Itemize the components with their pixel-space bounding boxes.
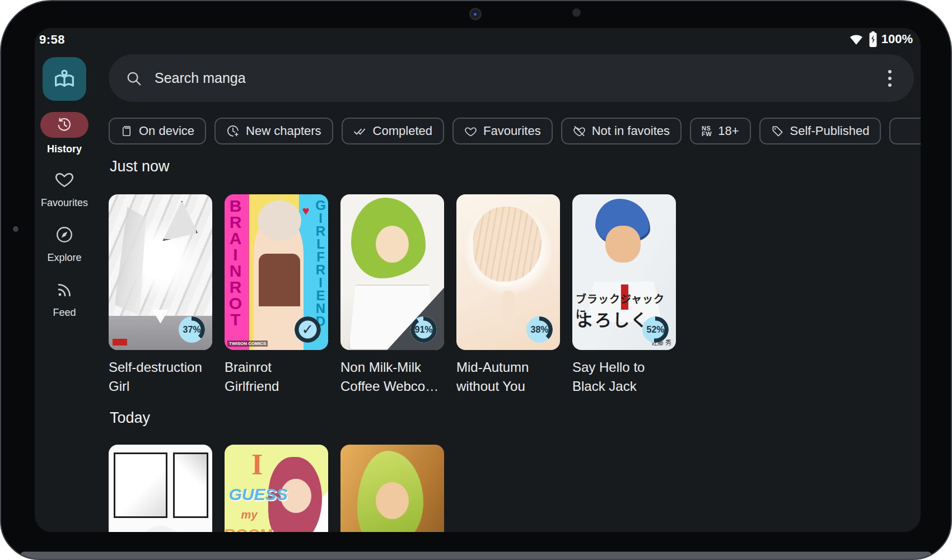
progress-badge: 38%	[526, 316, 553, 343]
chip-label: 18+	[718, 124, 739, 138]
filter-chip-not-in-favourites[interactable]: Not in favoites	[561, 118, 682, 144]
manga-card-brainrot-girlfriend[interactable]: BRAINROT GIRLFRIEND ♥ TWISON COMICS ✓ Br…	[225, 194, 328, 396]
wifi-icon	[848, 32, 865, 46]
progress-badge: 37%	[179, 316, 205, 343]
section-header-just-now: Just now	[110, 158, 170, 175]
manga-title: Non Milk-Milk Coffee Webco…	[340, 358, 444, 396]
manga-title: Self-destruction Girl	[109, 358, 212, 396]
manga-cover-image: 38%	[456, 194, 560, 350]
sidebar-label-favourites: Favourites	[35, 197, 94, 209]
tablet-frame: 9:58 100%	[0, 0, 952, 560]
sidebar-label-feed: Feed	[35, 307, 94, 319]
nsfw-icon: NSFW	[702, 125, 712, 137]
overflow-menu-button[interactable]	[883, 64, 897, 92]
manga-card-say-hello-to-black-jack[interactable]: ブラックジャックに よろしく 佐藤 秀 52% Say Hello to Bla…	[572, 194, 676, 396]
check-icon: ✓	[302, 321, 314, 338]
front-camera	[469, 8, 482, 20]
manga-cover-image: I GUESS my ROOM MATE	[225, 445, 328, 532]
manga-title: Brainrot Girlfriend	[225, 358, 328, 396]
cover-art-text: GUESS	[228, 485, 287, 504]
cover-art-text: GIRLFRIEND	[312, 198, 328, 326]
status-bar-right: 100%	[848, 31, 913, 47]
compass-icon	[55, 225, 74, 244]
manga-cover-image: 91%	[340, 194, 444, 350]
search-icon	[125, 70, 142, 87]
filter-chip-on-device[interactable]: On device	[109, 118, 206, 144]
ambient-light-sensor	[572, 8, 581, 17]
tablet-bottom-edge	[20, 552, 932, 559]
clock-plus-icon	[226, 124, 240, 138]
chip-label: Completed	[373, 124, 432, 138]
cover-art-text: I	[251, 448, 263, 481]
cover-art-text-jp: よろしく	[577, 306, 648, 331]
search-input[interactable]: Search manga	[109, 54, 914, 102]
sidebar-item-history[interactable]	[35, 112, 94, 138]
chip-label: Not in favoites	[592, 124, 670, 138]
screenshot-canvas: 9:58 100%	[0, 0, 952, 560]
filter-chip-self-published[interactable]: Self-Published	[759, 118, 881, 144]
progress-badge: 91%	[410, 316, 437, 343]
sidebar-label-history: History	[35, 143, 94, 155]
manga-card-today-3[interactable]	[340, 445, 444, 532]
cover-art-publisher: TWISON COMICS	[227, 340, 268, 347]
filter-chip-partial[interactable]	[889, 118, 921, 144]
progress-badge: 52%	[642, 316, 669, 343]
filter-chip-row: On device New chapters	[109, 118, 921, 144]
sidebar-item-feed[interactable]	[35, 281, 94, 299]
sd-card-icon	[120, 125, 133, 137]
manga-cover-image	[340, 445, 444, 532]
manga-cover-image: BRAINROT GIRLFRIEND ♥ TWISON COMICS ✓	[225, 194, 328, 350]
navigation-rail: History Favourites E	[35, 28, 94, 532]
heart-icon	[464, 125, 477, 138]
manga-card-today-2[interactable]: I GUESS my ROOM MATE	[225, 445, 328, 532]
cover-art-text: ROOM	[225, 526, 273, 532]
camera-lens-glint	[474, 13, 477, 16]
manga-title: Mid-Autumn without You	[456, 358, 560, 396]
manga-cover-image	[109, 445, 212, 532]
tablet-screen: 9:58 100%	[35, 28, 921, 532]
battery-percent-label: 100%	[881, 32, 913, 46]
manga-title: Say Hello to Black Jack	[572, 358, 676, 396]
sidebar-label-explore: Explore	[35, 252, 94, 264]
history-clock-icon	[56, 116, 73, 133]
filter-chip-18plus[interactable]: NSFW 18+	[690, 118, 750, 144]
rss-icon	[55, 281, 73, 299]
chip-label: New chapters	[246, 124, 321, 138]
manga-card-mid-autumn-without-you[interactable]: 38% Mid-Autumn without You	[456, 194, 560, 396]
cover-art-text: BRAINROT	[226, 197, 245, 326]
tag-icon	[771, 125, 784, 138]
manga-cover-image: ブラックジャックに よろしく 佐藤 秀 52%	[572, 194, 676, 350]
chip-label: Favourites	[483, 124, 541, 138]
manga-card-self-destruction-girl[interactable]: 37% Self-destruction Girl	[109, 194, 212, 396]
mihon-logo-icon	[52, 66, 77, 92]
heart-icon	[54, 169, 74, 189]
sidebar-item-favourites[interactable]	[35, 169, 94, 189]
filter-chip-favourites[interactable]: Favourites	[452, 118, 553, 144]
completed-badge: ✓	[295, 316, 321, 343]
filter-chip-new-chapters[interactable]: New chapters	[214, 118, 333, 144]
chip-label: Self-Published	[790, 124, 870, 138]
app-logo-button[interactable]	[35, 57, 94, 101]
side-microphone	[13, 226, 18, 232]
app-logo-tile	[43, 57, 86, 101]
section-header-today: Today	[110, 409, 150, 427]
history-selected-pill	[40, 112, 88, 138]
filter-chip-completed[interactable]: Completed	[342, 118, 444, 144]
cover-art-text: my	[241, 508, 258, 521]
double-check-icon	[353, 124, 367, 138]
search-placeholder: Search manga	[155, 70, 883, 86]
sidebar-item-explore[interactable]	[35, 225, 94, 244]
manga-cover-image: 37%	[109, 194, 212, 350]
battery-charging-icon	[869, 31, 878, 47]
heart-off-icon	[573, 125, 586, 138]
chip-label: On device	[139, 124, 194, 138]
manga-card-non-milk-milk-coffee[interactable]: 91% Non Milk-Milk Coffee Webco…	[340, 194, 444, 396]
manga-card-today-1[interactable]	[109, 445, 212, 532]
cover-art-heart: ♥	[302, 204, 310, 218]
